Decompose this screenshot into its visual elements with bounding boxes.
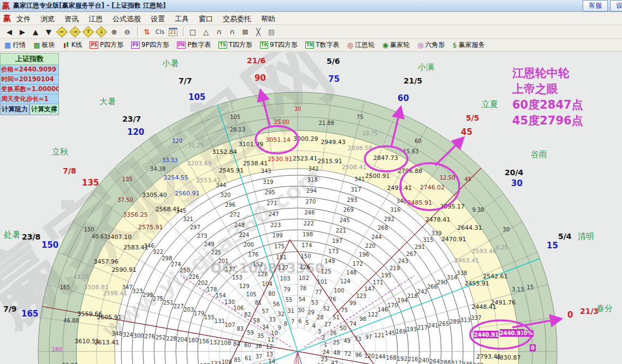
svg-text:58: 58 (253, 318, 260, 324)
pointer-up-icon[interactable]: ▲ (29, 26, 42, 37)
svg-text:2470.91: 2470.91 (441, 236, 466, 243)
view-p-table[interactable]: PNP数字表 (177, 40, 211, 50)
svg-text:101: 101 (317, 279, 328, 285)
menu-logo-icon: 赢 (3, 14, 11, 23)
pan-left-icon[interactable]: ← (56, 26, 68, 37)
view-gann-wheel[interactable]: ◎江恩轮 (347, 40, 375, 50)
svg-text:1: 1 (324, 342, 327, 348)
view-9t-square[interactable]: T99T四方形 (260, 40, 298, 50)
menu-item-9[interactable]: 帮助 (261, 15, 275, 23)
winner-wheel-label: 赢家轮 (390, 40, 410, 50)
square-tool-icon[interactable]: □ (187, 26, 199, 37)
menu-item-7[interactable]: 窗口 (199, 15, 213, 23)
zoom-out-icon[interactable]: ⊖ (121, 26, 133, 37)
svg-text:3305.40: 3305.40 (142, 192, 167, 199)
menu-bar: 赢 文件浏览资讯江恩公式选股设置工具窗口交易委托帮助 (0, 12, 622, 25)
svg-text:223: 223 (270, 222, 281, 228)
menu-item-1[interactable]: 浏览 (40, 15, 55, 23)
svg-text:83: 83 (236, 326, 244, 332)
svg-text:40.63: 40.63 (92, 234, 108, 240)
view-winner-service[interactable]: $赢家服务 (453, 40, 485, 50)
pointer-down-icon[interactable]: ▼ (43, 26, 55, 37)
zoom-in-icon[interactable]: ⊕ (108, 26, 120, 37)
arc-cw-tool-icon[interactable]: ∩ (213, 26, 225, 37)
svg-text:23: 23 (321, 356, 328, 362)
svg-text:204: 204 (177, 337, 187, 343)
gann-wheel-label: 江恩轮 (355, 40, 375, 50)
back-icon[interactable]: ◀ (3, 26, 15, 37)
svg-text:297: 297 (190, 224, 200, 230)
view-9p-square[interactable]: P99P四方形 (131, 40, 169, 50)
svg-text:152: 152 (253, 261, 263, 267)
calc-support-button[interactable]: 计算支撑 (29, 104, 59, 115)
svg-text:273: 273 (197, 233, 208, 239)
svg-text:321: 321 (183, 216, 193, 222)
svg-text:2575.91: 2575.91 (138, 224, 163, 231)
svg-text:60: 60 (398, 93, 409, 103)
flag-tool-icon[interactable]: ▤ (265, 26, 277, 37)
svg-text:217: 217 (417, 325, 428, 331)
svg-text:120: 120 (127, 127, 144, 137)
svg-text:320: 320 (221, 192, 231, 198)
svg-text:250: 250 (180, 267, 190, 273)
svg-text:59: 59 (247, 330, 254, 336)
cross-tool-icon[interactable]: ╳ (252, 26, 264, 37)
svg-text:2560.91: 2560.91 (175, 190, 200, 197)
svg-text:170: 170 (387, 302, 398, 308)
svg-text:74: 74 (349, 321, 357, 327)
pan-up-icon[interactable]: ↑ (82, 26, 94, 37)
pan-down-icon[interactable]: ↓ (95, 26, 107, 37)
svg-text:316: 316 (390, 207, 400, 213)
svg-text:318: 318 (307, 177, 318, 183)
menu-item-5[interactable]: 设置 (151, 15, 165, 23)
svg-text:2500.91: 2500.91 (365, 172, 390, 180)
svg-text:2515.91: 2515.91 (317, 158, 342, 165)
forward-icon[interactable]: ▶ (16, 26, 28, 37)
settings-button[interactable]: 设置 (610, 0, 622, 11)
zoom-box-tool-icon[interactable]: ⊠ (239, 26, 251, 37)
view-t-square[interactable]: TST四方形 (218, 40, 252, 50)
svg-text:2440.91: 2440.91 (474, 332, 499, 338)
wheel-annotation-text: 江恩轮中轮上帝之眼60度2847点45度2796点 (512, 65, 583, 129)
svg-text:341: 341 (354, 176, 365, 182)
svg-text:7/8: 7/8 (63, 166, 76, 175)
svg-text:99: 99 (349, 300, 357, 306)
menu-item-4[interactable]: 公式选股 (112, 15, 141, 23)
cls-icon[interactable]: Cls (154, 26, 166, 37)
view-kline[interactable]: K线 (63, 40, 82, 50)
menu-item-0[interactable]: 文件 (16, 15, 31, 23)
svg-text:150: 150 (300, 253, 311, 259)
menu-item-6[interactable]: 工具 (175, 15, 189, 23)
view-quotes[interactable]: ▦行情 (4, 40, 26, 50)
calc-resistance-button[interactable]: 计算阻力 (0, 104, 29, 115)
menu-item-3[interactable]: 江恩 (88, 15, 103, 23)
sectors-label: 板块 (42, 40, 55, 50)
svg-text:120: 120 (364, 353, 375, 359)
menu-item-2[interactable]: 资讯 (64, 15, 79, 23)
svg-text:174: 174 (301, 242, 312, 248)
pan-right-icon[interactable]: → (69, 26, 81, 37)
t-table-label: T数字表 (316, 40, 339, 50)
svg-text:56: 56 (273, 301, 280, 307)
svg-text:12.50: 12.50 (440, 175, 455, 181)
svg-text:176: 176 (248, 252, 258, 258)
svg-text:7: 7 (291, 319, 294, 325)
view-t-table[interactable]: TNT数字表 (305, 40, 340, 50)
view-hexagon[interactable]: ◎六角形 (417, 40, 445, 50)
menu-item-8[interactable]: 交易委托 (223, 15, 251, 23)
svg-text:29: 29 (307, 309, 315, 315)
triangle-tool-icon[interactable]: △ (200, 26, 212, 37)
hexagon-icon: ◎ (417, 41, 423, 49)
svg-text:102: 102 (299, 275, 309, 281)
view-p-square[interactable]: PSP四方形 (90, 40, 123, 50)
arc-ccw-tool-icon[interactable]: ∩ (226, 26, 238, 37)
view-winner-wheel[interactable]: ◉赢家轮 (382, 40, 410, 50)
view-sectors[interactable]: ▩板块 (33, 40, 55, 50)
svg-text:48: 48 (333, 350, 340, 356)
customer-service-button[interactable]: 客服 (583, 0, 608, 11)
kline-label: K线 (72, 40, 82, 50)
calendar-icon[interactable]: 21 (167, 26, 179, 37)
updown-scale-icon[interactable]: ⇅ (141, 26, 153, 37)
svg-text:2440.91: 2440.91 (500, 330, 525, 336)
svg-text:172: 172 (353, 261, 363, 267)
